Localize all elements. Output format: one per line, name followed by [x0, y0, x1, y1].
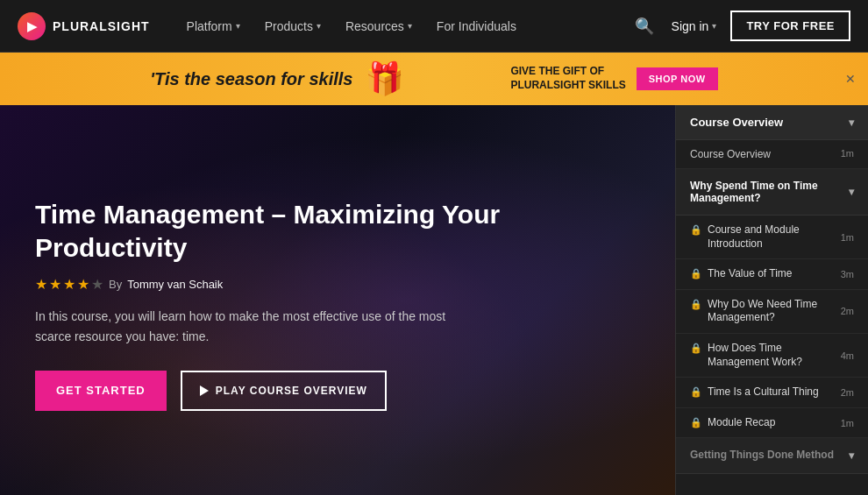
sidebar-section-getting-things-done[interactable]: Getting Things Done Method ▾ — [676, 438, 868, 474]
author-prefix: By — [109, 278, 122, 291]
chevron-down-icon: ▾ — [849, 449, 854, 462]
list-item[interactable]: 🔒 Time Is a Cultural Thing 2m — [676, 378, 868, 408]
star-rating: ★ ★ ★ ★ ★ By Tommy van Schaik — [35, 276, 640, 293]
banner-right-text: GIVE THE GIFT OF PLURALSIGHT SKILLS — [510, 65, 625, 92]
sign-in-button[interactable]: Sign in ▾ — [672, 19, 717, 33]
list-item[interactable]: 🔒 Course and Module Introduction 1m — [676, 216, 868, 259]
chevron-down-icon: ▾ — [317, 21, 321, 31]
promo-banner: 'Tis the season for skills 🎁 GIVE THE GI… — [0, 53, 868, 105]
lock-icon: 🔒 — [690, 417, 702, 428]
chevron-down-icon: ▾ — [712, 21, 716, 31]
list-item[interactable]: 🔒 Why Do We Need Time Management? 2m — [676, 290, 868, 334]
try-free-button[interactable]: TRY FOR FREE — [730, 11, 850, 41]
chevron-down-icon: ▾ — [849, 117, 854, 129]
sidebar-item-label: 🔒 Why Do We Need Time Management? — [690, 298, 836, 325]
author-name: Tommy van Schaik — [127, 278, 223, 291]
sidebar-section-why-spend-time[interactable]: Why Spend Time on Time Management? ▾ — [676, 169, 868, 216]
play-course-overview-button[interactable]: PLAY COURSE OVERVIEW — [181, 371, 387, 411]
star-4: ★ — [77, 276, 89, 293]
get-started-button[interactable]: GET STARTED — [35, 371, 167, 411]
shop-now-button[interactable]: SHOP NOW — [637, 67, 718, 90]
star-5: ★ — [91, 276, 103, 293]
chevron-down-icon: ▾ — [236, 21, 240, 31]
course-description: In this course, you will learn how to ma… — [35, 307, 473, 346]
star-3: ★ — [63, 276, 75, 293]
logo-area[interactable]: ▶ PLURALSIGHT — [18, 12, 150, 40]
chevron-down-icon: ▾ — [849, 186, 854, 198]
search-icon[interactable]: 🔍 — [631, 13, 658, 39]
logo-text: PLURALSIGHT — [53, 19, 150, 33]
sidebar-overview-item[interactable]: Course Overview 1m — [676, 140, 868, 169]
banner-text: 'Tis the season for skills — [150, 69, 352, 89]
star-1: ★ — [35, 276, 47, 293]
nav-right: 🔍 Sign in ▾ TRY FOR FREE — [631, 11, 850, 41]
nav-items: Platform ▾ Products ▾ Resources ▾ For In… — [176, 12, 631, 40]
list-item[interactable]: 🔒 How Does Time Management Work? 4m — [676, 334, 868, 378]
chevron-down-icon: ▾ — [408, 21, 412, 31]
sidebar-item-label: 🔒 Module Recap — [690, 416, 836, 430]
star-2: ★ — [49, 276, 61, 293]
list-item[interactable]: 🔒 The Value of Time 3m — [676, 259, 868, 290]
nav-item-resources[interactable]: Resources ▾ — [335, 12, 423, 40]
sidebar-section-course-overview[interactable]: Course Overview ▾ — [676, 105, 868, 140]
course-title: Time Management – Maximizing Your Produc… — [35, 198, 526, 264]
lock-icon: 🔒 — [690, 224, 702, 236]
lock-icon: 🔒 — [690, 299, 702, 310]
gift-icon: 🎁 — [365, 60, 404, 97]
sidebar-item-label: 🔒 Course and Module Introduction — [690, 223, 836, 251]
sidebar-item-label: 🔒 The Value of Time — [690, 267, 836, 281]
course-outline-sidebar: Course Overview ▾ Course Overview 1m Why… — [675, 105, 868, 495]
nav-item-platform[interactable]: Platform ▾ — [176, 12, 251, 40]
button-row: GET STARTED PLAY COURSE OVERVIEW — [35, 371, 640, 411]
nav-item-products[interactable]: Products ▾ — [254, 12, 331, 40]
navbar: ▶ PLURALSIGHT Platform ▾ Products ▾ Reso… — [0, 0, 868, 53]
play-icon — [200, 385, 209, 396]
banner-close-button[interactable]: ✕ — [845, 72, 856, 86]
list-item[interactable]: 🔒 Module Recap 1m — [676, 408, 868, 439]
nav-item-for-individuals[interactable]: For Individuals — [426, 12, 527, 40]
main-area: Time Management – Maximizing Your Produc… — [0, 105, 868, 495]
stars: ★ ★ ★ ★ ★ — [35, 276, 103, 293]
course-content: Time Management – Maximizing Your Produc… — [0, 105, 675, 495]
sidebar-item-label: 🔒 How Does Time Management Work? — [690, 342, 836, 369]
sidebar-item-label: 🔒 Time Is a Cultural Thing — [690, 385, 836, 400]
lock-icon: 🔒 — [690, 386, 702, 398]
lock-icon: 🔒 — [690, 268, 702, 279]
lock-icon: 🔒 — [690, 343, 702, 354]
banner-right: GIVE THE GIFT OF PLURALSIGHT SKILLS SHOP… — [510, 65, 717, 92]
pluralsight-logo-icon: ▶ — [18, 12, 46, 40]
